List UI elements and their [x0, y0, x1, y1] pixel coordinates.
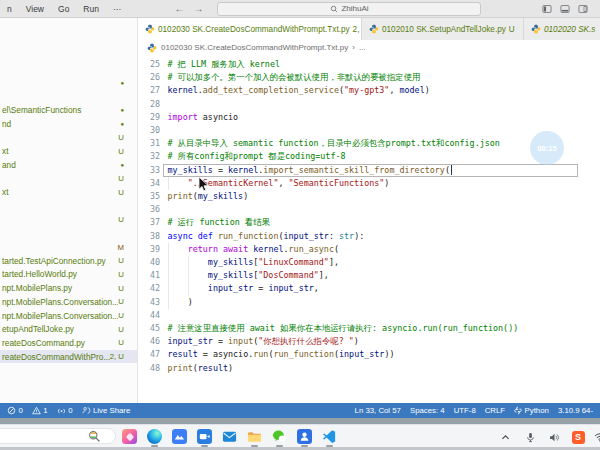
breadcrumb-file[interactable]: 0102030 SK.CreateDosCommandWithPrompt.Tx… — [161, 43, 348, 52]
sidebar-file-5[interactable]: xt U — [0, 144, 137, 158]
status-item-3-10-9-64-[interactable]: 3.10.9 64- — [558, 406, 593, 415]
code-token — [168, 178, 188, 188]
command-center-search[interactable]: ZhihuAi — [217, 2, 481, 16]
sidebar-file-19[interactable]: reateDosCommand.py U — [0, 336, 137, 350]
breadcrumb-more[interactable]: ... — [359, 43, 366, 52]
code-line-42[interactable]: 42 input_str = input_str, — [138, 282, 600, 295]
windows-search-icon[interactable] — [88, 430, 101, 443]
git-status-badge: 2, U — [110, 352, 124, 361]
code-line-36[interactable]: 36 — [138, 203, 600, 216]
sidebar-file-4[interactable]: U — [0, 131, 137, 145]
taskbar-explorer-icon[interactable] — [246, 428, 263, 445]
sidebar-file-8[interactable]: xt U — [0, 186, 137, 200]
sidebar-file-7[interactable]: U — [0, 172, 137, 186]
menu-item-4[interactable]: ··· — [106, 4, 129, 14]
forward-arrow-icon[interactable]: → — [193, 3, 203, 14]
tab-2[interactable]: 0102020 SK.s — [524, 18, 600, 40]
code-line-46[interactable]: 46input_str = input("你想执行什么指令呢? ") — [138, 335, 600, 348]
breadcrumb[interactable]: 0102030 SK.CreateDosCommandWithPrompt.Tx… — [138, 40, 600, 55]
toggle-panel-icon[interactable] — [560, 4, 570, 14]
sidebar-file-20[interactable]: reateDosCommandWithPro... 2, U — [0, 350, 137, 364]
taskbar-vscode-icon[interactable] — [321, 428, 338, 445]
taskbar-cloud-icon[interactable] — [171, 428, 188, 445]
python-file-icon — [531, 24, 541, 34]
python-logo-icon — [514, 406, 522, 415]
taskbar-search-box[interactable] — [0, 428, 116, 444]
code-line-29[interactable]: 29import asyncio — [138, 111, 600, 124]
tab-label: 0102030 SK.CreateDosCommandWithPrompt.Tx… — [158, 25, 350, 34]
status-item-spaces-4[interactable]: Spaces: 4 — [410, 406, 445, 415]
tab-0[interactable]: 0102030 SK.CreateDosCommandWithPrompt.Tx… — [138, 18, 362, 40]
sidebar-file-9[interactable] — [0, 199, 137, 213]
back-arrow-icon[interactable]: ← — [174, 3, 184, 14]
sidebar-file-18[interactable]: etupAndTellJoke.py U — [0, 322, 137, 336]
code-token: )) — [384, 349, 394, 359]
code-line-40[interactable]: 40 my_skills["LinuxCommand"], — [138, 256, 600, 269]
sidebar-file-12[interactable]: M — [0, 240, 137, 254]
code-line-43[interactable]: 43 ) — [138, 296, 600, 309]
file-label: reateDosCommand.py — [2, 338, 118, 348]
sidebar-file-17[interactable]: npt.MobilePlans.Conversation.... U — [0, 309, 137, 323]
code-line-33[interactable]: 33my_skills = kernel.import_semantic_ski… — [138, 164, 600, 177]
code-line-28[interactable]: 28 — [138, 98, 600, 111]
code-editor[interactable]: 25# 把 LLM 服务加入 kernel26# 可以加多个。第一个加入的会被默… — [138, 55, 600, 403]
toggle-primary-sidebar-icon[interactable] — [542, 4, 552, 14]
sidebar-file-16[interactable]: npt.MobilePlans.Conversation.... U — [0, 295, 137, 309]
taskbar-edge-icon[interactable] — [146, 428, 163, 445]
status-item-1[interactable]: 1 — [32, 406, 48, 415]
sidebar-file-3[interactable]: nd ● — [0, 117, 137, 131]
sidebar-file-15[interactable]: npt.MobilePlans.py U — [0, 281, 137, 295]
taskbar-wechat-icon[interactable] — [271, 428, 288, 445]
code-token: # 注意这里直接使用 await 如果你在本地运行请执行: asyncio.ru… — [168, 323, 519, 333]
menu-item-1[interactable]: View — [19, 4, 51, 14]
file-label: reateDosCommandWithPro... — [2, 352, 110, 362]
status-item-ln-33-col-57[interactable]: Ln 33, Col 57 — [355, 406, 401, 415]
git-status-badge: ● — [120, 162, 124, 168]
tab-1[interactable]: 0102010 SK.SetupAndTellJoke.py U — [362, 18, 524, 40]
code-line-41[interactable]: 41 my_skills["DosCommand"], — [138, 269, 600, 282]
code-line-27[interactable]: 27kernel.add_text_completion_service("my… — [138, 84, 600, 97]
menu-item-3[interactable]: Run — [76, 4, 106, 14]
status-item-live-share[interactable]: Live Share — [82, 406, 131, 415]
code-line-39[interactable]: 39 return await kernel.run_async( — [138, 243, 600, 256]
sidebar-file-6[interactable]: and ● — [0, 158, 137, 172]
menu-item-2[interactable]: Go — [51, 4, 76, 14]
tray-wifi-icon[interactable] — [593, 430, 600, 444]
status-item-utf-8[interactable]: UTF-8 — [454, 406, 476, 415]
menu-item-0[interactable]: n — [0, 4, 19, 14]
code-line-47[interactable]: 47result = asyncio.run(run_function(inpu… — [138, 348, 600, 361]
tray-speaker-icon[interactable] — [547, 430, 561, 444]
sidebar-file-10[interactable]: U — [0, 213, 137, 227]
code-line-45[interactable]: 45# 注意这里直接使用 await 如果你在本地运行请执行: asyncio.… — [138, 322, 600, 335]
code-line-37[interactable]: 37# 运行 function 看结果 — [138, 216, 600, 229]
status-item-0[interactable]: 0 — [7, 406, 23, 415]
sidebar-file-0[interactable]: ● — [0, 76, 137, 90]
code-line-38[interactable]: 38async def run_function(input_str: str)… — [138, 230, 600, 243]
status-item-crlf[interactable]: CRLF — [485, 406, 505, 415]
code-line-30[interactable]: 30 — [138, 124, 600, 137]
toggle-secondary-sidebar-icon[interactable] — [578, 4, 588, 14]
code-line-44[interactable]: 44 — [138, 309, 600, 322]
status-item-0[interactable]: 0 — [57, 406, 73, 415]
file-label: npt.MobilePlans.py — [2, 283, 118, 293]
code-line-26[interactable]: 26# 可以加多个。第一个加入的会被默认使用，非默认的要被指定使用 — [138, 71, 600, 84]
live-share-icon — [82, 406, 91, 415]
status-item-python[interactable]: Python — [514, 406, 549, 415]
tray-microphone-icon[interactable] — [523, 430, 537, 444]
line-number: 26 — [138, 71, 160, 84]
code-line-25[interactable]: 25# 把 LLM 服务加入 kernel — [138, 58, 600, 71]
taskbar-video-icon[interactable] — [196, 428, 213, 445]
sidebar-file-1[interactable] — [0, 90, 137, 104]
sidebar-file-2[interactable]: el\SemanticFunctions ● — [0, 103, 137, 117]
code-line-48[interactable]: 48print(result) — [138, 362, 600, 375]
taskbar-mail-icon[interactable] — [221, 428, 238, 445]
line-number: 29 — [138, 111, 160, 124]
sidebar-file-13[interactable]: tarted.TestApiConnection.py U — [0, 254, 137, 268]
sidebar-file-14[interactable]: tarted.HelloWorld.py U — [0, 268, 137, 282]
sidebar-file-11[interactable] — [0, 227, 137, 241]
tray-chevron-up-icon[interactable] — [498, 430, 512, 444]
taskbar-photos-icon[interactable] — [121, 428, 138, 445]
taskbar-assistant-icon[interactable] — [296, 428, 313, 445]
file-label: nd — [2, 119, 120, 129]
tray-sogou-input-icon[interactable]: S — [571, 430, 585, 444]
